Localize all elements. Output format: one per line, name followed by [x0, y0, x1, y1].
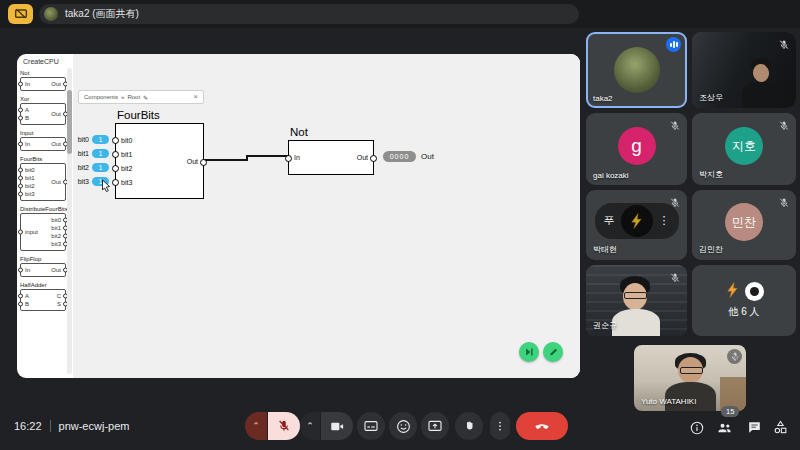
screen-share-pill[interactable]: taka2 (画面共有) — [39, 4, 579, 24]
chat-button[interactable] — [746, 419, 763, 436]
bit-toggle[interactable]: 1 — [92, 135, 109, 144]
avatar: g — [618, 127, 656, 165]
project-title: CreateCPU — [23, 58, 59, 65]
camera-options-button[interactable]: ⌃ — [300, 412, 320, 440]
palette-item[interactable]: DistributeFourBitsinputbit0bit1bit2bit3 — [20, 206, 66, 251]
bit-toggle[interactable]: 1 — [92, 163, 109, 172]
participant-grid: taka2조상우ggai kozaki지호박지호푸⋮박태현민찬김민찬권순규他 6… — [586, 32, 796, 336]
palette-inputs: input — [25, 217, 38, 247]
output-port-label: bit1 — [51, 225, 61, 231]
mouse-cursor — [101, 179, 112, 192]
mic-muted-icon — [669, 118, 681, 136]
input-port-label: In — [25, 81, 30, 87]
not-output-port[interactable]: Out — [357, 151, 368, 165]
output-port-label: Out — [51, 81, 61, 87]
port-dot[interactable] — [112, 179, 119, 186]
input-port-label: bit0 — [25, 167, 35, 173]
participant-tile[interactable]: 푸⋮박태현 — [586, 190, 687, 260]
fourbits-input-port[interactable]: bit1 — [121, 147, 132, 161]
mic-muted-icon — [669, 195, 681, 213]
mic-muted-icon — [778, 195, 790, 213]
fourbits-input-port[interactable]: bit2 — [121, 161, 132, 175]
palette-item[interactable]: NotInOut — [20, 70, 66, 91]
palette-outputs: Out — [51, 267, 61, 273]
emblem-icon — [628, 211, 646, 231]
more-vertical-icon[interactable]: ⋮ — [659, 214, 670, 227]
step-button[interactable] — [519, 342, 539, 362]
palette-item-label: Not — [20, 70, 66, 76]
speaking-indicator-icon — [666, 37, 681, 52]
mic-muted-icon — [778, 118, 790, 136]
breadcrumb-current[interactable]: Root — [127, 94, 140, 100]
fourbits-input-port[interactable]: bit3 — [121, 175, 132, 189]
avatar — [621, 205, 653, 237]
port-dot[interactable] — [285, 155, 292, 162]
port-dot[interactable] — [200, 159, 207, 166]
bit-toggle-row: bit21 — [57, 160, 109, 174]
activities-icon — [772, 419, 789, 436]
output-value-pill: 0000 — [383, 151, 416, 162]
not-block[interactable]: InOut — [288, 140, 374, 175]
close-icon[interactable]: × — [193, 93, 198, 101]
mic-mute-button[interactable] — [268, 412, 300, 440]
participant-tile[interactable]: 권순규 — [586, 265, 687, 336]
participant-name: 조상우 — [699, 92, 723, 103]
mic-muted-icon — [277, 419, 291, 433]
reactions-button[interactable] — [389, 412, 417, 440]
camera-button-group: ⌃ — [300, 412, 353, 440]
participant-tile[interactable]: 지호박지호 — [692, 113, 796, 185]
participant-name: Yuto WATAHIKI — [641, 397, 696, 406]
bit-toggle[interactable]: 1 — [92, 149, 109, 158]
camera-button[interactable] — [321, 412, 353, 440]
fourbits-block[interactable]: bit0bit1bit2bit3Out — [115, 123, 204, 199]
palette-item-box: ABOut — [20, 103, 66, 125]
output-port-label: S — [57, 301, 61, 307]
smiley-icon — [395, 418, 412, 435]
output-label: Out — [421, 152, 434, 161]
port-dot[interactable] — [112, 165, 119, 172]
port-dot — [18, 268, 23, 273]
port-dot[interactable] — [112, 137, 119, 144]
palette-item-box: InOut — [20, 263, 66, 277]
output-port-label: Out — [51, 111, 61, 117]
edit-mode-button[interactable] — [543, 342, 563, 362]
info-button[interactable] — [688, 419, 705, 436]
overflow-avatars — [724, 280, 764, 304]
fourbits-input-port[interactable]: bit0 — [121, 133, 132, 147]
participant-tile[interactable]: 他 6 人 — [692, 265, 796, 336]
palette-inputs: AB — [25, 107, 29, 121]
people-button[interactable] — [716, 419, 733, 436]
glasses — [624, 292, 647, 299]
component-palette: NotInOutXorABOutInputInOutFourBitsbit0bi… — [20, 70, 66, 311]
torso — [742, 82, 780, 108]
output-port-label: bit3 — [51, 241, 61, 247]
fourbits-output-port[interactable]: Out — [187, 154, 198, 168]
bit-toggle-row: bit01 — [57, 132, 109, 146]
edit-icon[interactable]: ✎ — [143, 94, 148, 101]
participant-tile[interactable]: taka2 — [586, 32, 687, 108]
present-button[interactable] — [421, 412, 449, 440]
participant-tile[interactable]: 민찬김민찬 — [692, 190, 796, 260]
raise-hand-button[interactable] — [455, 412, 483, 440]
port-dot[interactable] — [112, 151, 119, 158]
palette-item[interactable]: XorABOut — [20, 96, 66, 125]
palette-item[interactable]: FlipFlopInOut — [20, 256, 66, 277]
palette-scrollbar[interactable] — [67, 68, 72, 374]
input-port-label: B — [25, 301, 29, 307]
breadcrumb-components[interactable]: Components — [84, 94, 118, 100]
output-port-label: bit2 — [51, 233, 61, 239]
activities-button[interactable] — [772, 419, 789, 436]
palette-item[interactable]: HalfAdderABCS — [20, 282, 66, 311]
mic-options-button[interactable]: ⌃ — [245, 412, 267, 440]
participant-tile[interactable]: ggai kozaki — [586, 113, 687, 185]
not-input-port[interactable]: In — [294, 151, 300, 165]
participant-tile[interactable]: 조상우 — [692, 32, 796, 108]
stop-presenting-button[interactable] — [8, 4, 33, 24]
port-dot — [18, 82, 23, 87]
captions-button[interactable] — [357, 412, 385, 440]
end-call-button[interactable] — [516, 412, 568, 440]
more-options-button[interactable] — [490, 412, 510, 440]
input-port-label: bit3 — [25, 191, 35, 197]
participant-name: gai kozaki — [593, 171, 629, 180]
self-view-tile[interactable]: Yuto WATAHIKI — [634, 345, 746, 411]
